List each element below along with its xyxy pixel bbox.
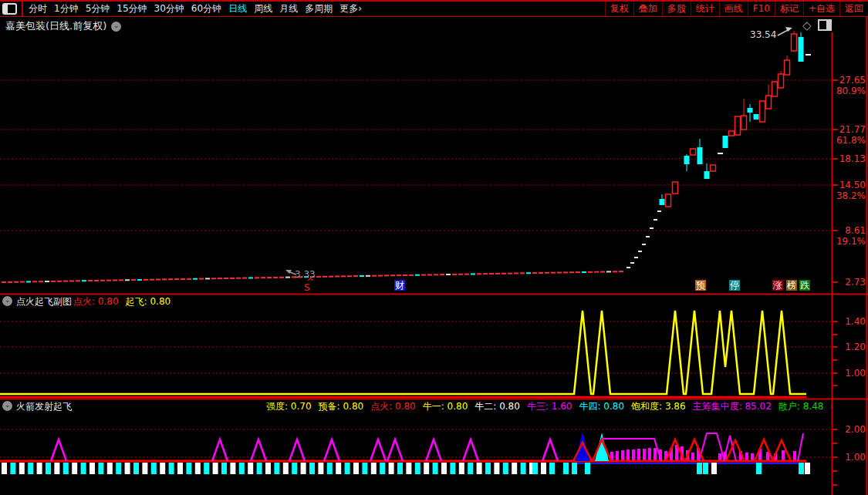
- main-chart: [0, 0, 868, 495]
- pane2-title: 点火起飞副图: [16, 295, 72, 308]
- toolbar-action-1[interactable]: 叠加: [633, 2, 662, 16]
- period-tab-0[interactable]: 分时: [29, 2, 47, 15]
- toolbar-action-5[interactable]: F10: [748, 2, 775, 16]
- toolbar-action-4[interactable]: 画线: [719, 2, 748, 16]
- chevron-down-icon[interactable]: ⌄: [2, 296, 12, 306]
- header-value: 牛四: 0.80: [579, 400, 624, 412]
- header-value: 主筹集中度: 85.02: [693, 400, 772, 412]
- period-tab-9[interactable]: 多周期: [305, 2, 333, 15]
- toolbar-action-2[interactable]: 多股: [662, 2, 691, 16]
- app-window: 分时1分钟5分钟15分钟30分钟60分钟日线周线月线多周期更多› 复权叠加多股统…: [0, 0, 868, 495]
- chevron-down-icon[interactable]: ⌄: [2, 401, 12, 411]
- header-value: 点火: 0.80: [370, 400, 416, 412]
- period-tabs: 分时1分钟5分钟15分钟30分钟60分钟日线周线月线多周期更多›: [29, 2, 362, 15]
- panel-split-icon[interactable]: [818, 19, 832, 31]
- period-tab-3[interactable]: 15分钟: [117, 2, 147, 15]
- period-tab-2[interactable]: 5分钟: [86, 2, 110, 15]
- toolbar-action-8[interactable]: 返回: [839, 2, 868, 16]
- header-value: 点火: 0.80: [73, 295, 119, 308]
- period-tab-1[interactable]: 1分钟: [54, 2, 79, 15]
- header-value: 雄鹰: 0.80: [830, 400, 832, 412]
- toolbar-actions: 复权叠加多股统计画线F10标记+自选返回: [605, 2, 868, 16]
- titlebar: 嘉美包装(日线.前复权) ⌄: [5, 19, 121, 33]
- diamond-icon[interactable]: ◇: [802, 20, 812, 31]
- pane3-values: 强度: 0.70预备: 0.80点火: 0.80牛一: 0.80牛二: 0.80…: [266, 400, 832, 412]
- header-value: 预备: 0.80: [319, 400, 364, 412]
- layout-icon[interactable]: [2, 3, 17, 15]
- chevron-down-icon[interactable]: ⌄: [111, 22, 121, 32]
- header-value: 起飞: 0.80: [126, 295, 171, 308]
- page-title: 嘉美包装(日线.前复权): [5, 19, 106, 33]
- period-tab-6[interactable]: 日线: [228, 2, 247, 15]
- period-tab-10[interactable]: 更多›: [339, 2, 362, 15]
- header-value: 牛一: 0.80: [423, 400, 468, 412]
- header-value: 饱和度: 3.86: [631, 400, 686, 412]
- toolbar-action-3[interactable]: 统计: [691, 2, 719, 16]
- toolbar-action-0[interactable]: 复权: [605, 2, 633, 16]
- toolbar-divider: [22, 2, 23, 16]
- top-toolbar: 分时1分钟5分钟15分钟30分钟60分钟日线周线月线多周期更多› 复权叠加多股统…: [0, 0, 868, 17]
- period-tab-8[interactable]: 月线: [279, 2, 298, 15]
- header-value: 牛二: 0.80: [475, 400, 520, 412]
- header-value: 牛三: 1.60: [527, 400, 572, 412]
- chart-corner-icons: ◇: [802, 19, 832, 31]
- header-value: 散户: 8.48: [778, 400, 824, 412]
- toolbar-action-6[interactable]: 标记: [775, 2, 803, 16]
- toolbar-action-7[interactable]: +自选: [803, 2, 839, 16]
- pane2-values: 点火: 0.80起飞: 0.80: [73, 295, 799, 308]
- period-tab-7[interactable]: 周线: [254, 2, 272, 15]
- pane3-title: 火箭发射起飞: [16, 400, 72, 412]
- period-tab-4[interactable]: 30分钟: [154, 2, 184, 15]
- header-value: 强度: 0.70: [266, 400, 312, 412]
- period-tab-5[interactable]: 60分钟: [191, 2, 221, 15]
